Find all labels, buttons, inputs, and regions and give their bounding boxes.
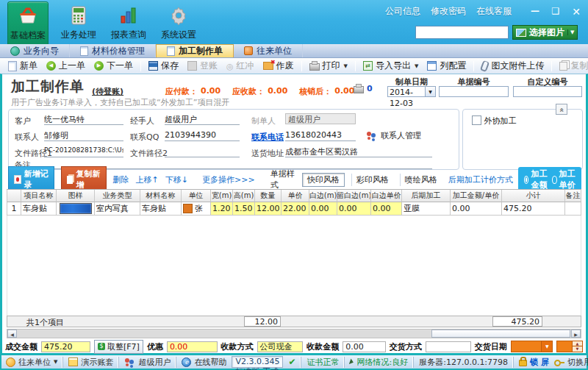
style-penhui-button[interactable]: 喷绘风格: [400, 174, 442, 186]
current-user-button[interactable]: 超级用户: [118, 357, 171, 368]
column-config-button[interactable]: 列配置: [423, 59, 470, 73]
balance-summary: 应付款：0.00 应收款：0.00 核销后：0.00: [165, 86, 354, 97]
scroll-left-arrow[interactable]: ◀: [7, 330, 17, 338]
cert-status: 证书正常: [301, 357, 339, 368]
material-cell[interactable]: 车身贴: [140, 202, 182, 216]
reserved-edge-cell[interactable]: 0.00: [337, 202, 371, 216]
printer-icon[interactable]: [354, 86, 364, 93]
style-caiyin-button[interactable]: 彩印风格: [351, 174, 393, 186]
customer-input[interactable]: 统一优马特: [44, 114, 123, 125]
tab-business-wizard[interactable]: 业务向导: [0, 44, 70, 57]
switch-user-button[interactable]: 切换用户: [554, 357, 588, 368]
online-help-button[interactable]: 在线帮助: [176, 357, 226, 368]
outsource-checkbox[interactable]: [472, 115, 481, 125]
tab-processing-order[interactable]: 加工制作单: [156, 44, 234, 57]
item-name-cell[interactable]: 车身贴: [21, 202, 57, 216]
change-password-link[interactable]: 修改密码: [431, 5, 466, 18]
path1-input[interactable]: PC-201208281738:C:\Users: [44, 146, 123, 157]
unit-cell[interactable]: 张: [182, 202, 211, 216]
maximize-button[interactable]: ❑: [550, 6, 562, 18]
nav-item-business[interactable]: 业务处理: [59, 1, 98, 46]
qq-input[interactable]: 2103944390: [165, 130, 240, 141]
pricing-unit-radio[interactable]: 加工单价: [552, 168, 576, 191]
phone-link[interactable]: 联系电话: [251, 132, 284, 143]
toolbar-separator: [301, 61, 302, 71]
chevron-down-icon[interactable]: ▼: [425, 87, 435, 96]
collapse-panel-button[interactable]: [556, 104, 567, 115]
tab-material-price[interactable]: 材料价格管理: [70, 44, 156, 57]
discount-input[interactable]: 0.00: [167, 341, 218, 352]
copy-doc-button[interactable]: 复制本单: [556, 59, 588, 73]
minimize-button[interactable]: —: [529, 6, 541, 18]
new-doc-button[interactable]: 新单: [4, 59, 41, 73]
style-kuaiyin-button[interactable]: 快印风格: [302, 173, 345, 187]
pricing-mode-label: 后期加工计价方式: [448, 174, 513, 185]
delivery-date-combobox[interactable]: ▼: [511, 341, 553, 352]
prev-doc-button[interactable]: 上一单: [43, 59, 89, 73]
image-search-input[interactable]: [415, 26, 509, 39]
phone-input[interactable]: 13618020443: [285, 130, 356, 141]
radio-icon: [552, 176, 557, 184]
nav-item-base-archive[interactable]: 基础档案: [7, 1, 49, 47]
close-button[interactable]: ✕: [570, 6, 582, 18]
key-icon: [554, 360, 564, 365]
lock-screen-button[interactable]: 锁 屏: [513, 357, 549, 368]
pay-method-input[interactable]: 公司现金: [257, 341, 304, 352]
import-export-button[interactable]: 导入导出▼: [359, 59, 422, 73]
partner-icon: [244, 46, 253, 55]
contact-manage-button[interactable]: 联系人管理: [366, 130, 421, 141]
price-cell[interactable]: 22.00: [282, 202, 309, 216]
doc-no-input[interactable]: [439, 86, 509, 97]
choose-image-button[interactable]: 选择图片 ▼: [512, 25, 578, 40]
delivery-time-stepper[interactable]: ▲ ▼: [556, 341, 583, 352]
void-button[interactable]: 作废: [259, 59, 298, 73]
save-button[interactable]: 保存: [145, 59, 182, 73]
height-cell[interactable]: 1.50: [233, 202, 255, 216]
received-input[interactable]: 0.00: [343, 341, 386, 352]
company-info-link[interactable]: 公司信息: [385, 5, 420, 18]
edge-price-cell[interactable]: 0.00: [371, 202, 402, 216]
white-edge-cell[interactable]: 0.00: [309, 202, 337, 216]
nav-item-settings[interactable]: 系统设置: [159, 1, 198, 46]
design-thumbnail[interactable]: [60, 203, 92, 214]
status-bar: 往来单位 ▼ 演示账套 超级用户 在线帮助 V2.3.0.345标准版 正式版 …: [0, 355, 588, 370]
nav-item-reports[interactable]: 报表查询: [109, 1, 148, 46]
agent-input[interactable]: 超级用户: [165, 114, 240, 125]
tab-partners[interactable]: 往来单位: [234, 44, 303, 57]
more-actions-link[interactable]: 更多操作>>>: [202, 174, 255, 185]
tab-bar: 业务向导 材料价格管理 加工制作单 往来单位: [0, 44, 588, 58]
print-button[interactable]: 打印▼: [306, 59, 351, 73]
delete-row-link[interactable]: 删除: [113, 174, 129, 185]
pricing-amount-radio[interactable]: 加工金额: [524, 168, 548, 191]
red-flush-button[interactable]: 红冲: [223, 59, 258, 73]
note-cell[interactable]: [565, 202, 581, 216]
online-service-link[interactable]: 在线客服: [476, 5, 512, 18]
qty-cell[interactable]: 12.00: [255, 202, 282, 216]
scroll-right-arrow[interactable]: ▶: [571, 330, 581, 338]
date-value: 2014-12-03: [388, 87, 425, 96]
attachment-upload-button[interactable]: 图文附件上传: [478, 59, 548, 73]
post-account-button[interactable]: 登账: [184, 59, 221, 73]
chevron-down-icon: ▼: [541, 341, 552, 352]
round-button[interactable]: 取整[F7]: [94, 340, 143, 354]
print-count: 0: [354, 84, 373, 93]
move-down-link[interactable]: 下移↓: [165, 174, 188, 185]
path2-input[interactable]: [165, 146, 240, 157]
post-amount-cell[interactable]: 0.00: [451, 202, 502, 216]
horizontal-scrollbar[interactable]: ◀ ▶: [7, 329, 581, 338]
move-up-link[interactable]: 上移↑: [136, 174, 159, 185]
next-doc-button[interactable]: 下一单: [90, 59, 137, 73]
width-cell[interactable]: 1.20: [211, 202, 233, 216]
deal-amount-input[interactable]: 475.20: [41, 341, 90, 352]
account-set-button[interactable]: 演示账套: [62, 357, 113, 368]
custom-no-input[interactable]: [513, 86, 582, 97]
stepper-down-arrow[interactable]: ▼: [572, 346, 582, 352]
address-input[interactable]: 成都市金牛区蜀汉路: [285, 146, 432, 157]
post-process-cell[interactable]: 亚膜: [402, 202, 451, 216]
contact-input[interactable]: 邹修明: [44, 130, 123, 141]
date-combobox[interactable]: 2014-12-03 ▼: [387, 86, 436, 97]
delivery-mode-input[interactable]: [426, 341, 471, 352]
partner-dropdown[interactable]: 往来单位 ▼: [6, 357, 57, 368]
business-type-cell[interactable]: 室内写真: [95, 202, 140, 216]
scrollbar-thumb[interactable]: [431, 330, 570, 338]
